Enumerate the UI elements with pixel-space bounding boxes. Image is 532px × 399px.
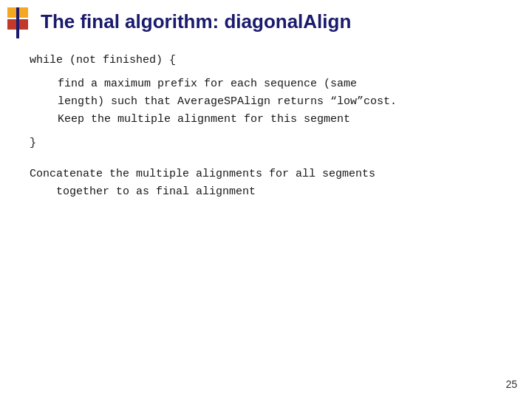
code-line-1: while (not finished) { [30, 52, 502, 69]
code-block: while (not finished) { find a maximum pr… [30, 52, 502, 201]
code-line-3: length) such that AverageSPAlign returns… [44, 93, 502, 111]
slide-title: The final algorithm: diagonalAlign [41, 10, 351, 33]
logo-line-vertical [16, 7, 19, 38]
code-line-5: } [30, 134, 502, 152]
code-line-7: together to as final alignment [30, 183, 502, 201]
code-line-6: Concatenate the multiple alignments for … [30, 166, 502, 183]
gap-2 [30, 129, 502, 134]
gap-3 [30, 152, 502, 166]
slide: The final algorithm: diagonalAlign while… [0, 0, 532, 399]
code-line-4: Keep the multiple alignment for this seg… [44, 111, 502, 129]
gap-1 [30, 69, 502, 75]
page-number: 25 [505, 378, 517, 390]
content-area: while (not finished) { find a maximum pr… [30, 52, 502, 369]
code-line-2: find a maximum prefix for each sequence … [44, 75, 502, 93]
header-bar: The final algorithm: diagonalAlign [0, 0, 532, 44]
